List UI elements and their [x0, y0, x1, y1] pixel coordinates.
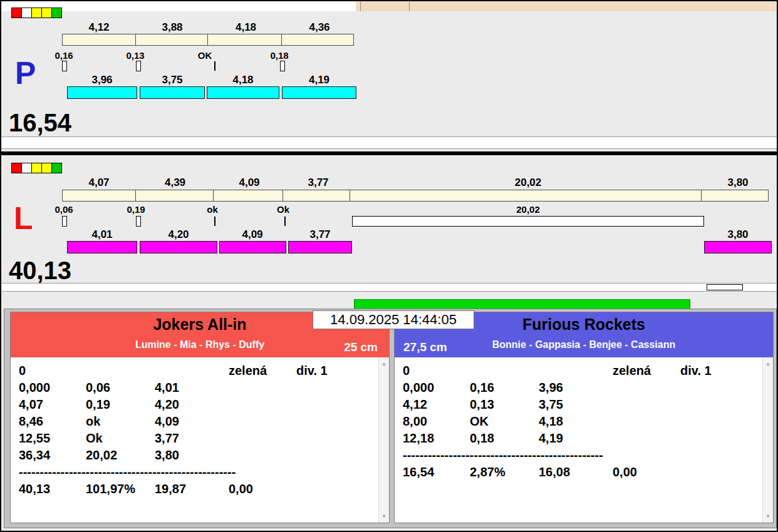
- cell: [680, 379, 759, 396]
- time-bar-segment: [67, 86, 137, 99]
- start-marker: [62, 216, 67, 227]
- start-marker: [136, 216, 141, 227]
- cell: 0,06: [86, 379, 155, 396]
- lane-total: 16,54: [9, 110, 71, 135]
- cell: 12,18: [403, 430, 470, 447]
- scrollbar[interactable]: ▲ ▼: [762, 357, 773, 523]
- cell: [613, 413, 680, 430]
- app-window: 4,12 3,88 4,18 4,36 0,16 0,13 OK 0,18 3,…: [0, 0, 778, 532]
- cell: 0,16: [470, 379, 539, 396]
- table-row: 0,000 0,06 4,01: [19, 379, 375, 396]
- cell: [86, 362, 155, 379]
- start-marker: [214, 217, 215, 226]
- time-label: 3,77: [289, 228, 351, 241]
- cell: 0,000: [403, 379, 470, 396]
- table-row: 12,55 Ok 3,77: [19, 430, 375, 447]
- section-gap: [1, 283, 777, 292]
- cell: 20,02: [86, 447, 155, 464]
- cell: [296, 430, 375, 447]
- lane-l-status-lights: [11, 163, 62, 173]
- split-bar-segment: [350, 190, 702, 202]
- time-label: 3,75: [140, 74, 205, 86]
- split-label: 4,36: [283, 21, 356, 34]
- lane-total: 40,13: [9, 258, 71, 283]
- status-light-yellow-icon: [41, 8, 52, 18]
- team-card-right: Furious Rockets Bonnie - Gappasia - Benj…: [394, 312, 774, 523]
- start-mark-label: 0,13: [117, 50, 154, 61]
- cell: [229, 447, 296, 464]
- time-bar-segment: [67, 241, 137, 253]
- team-members: Bonnie - Gappasia - Benjee - Cassiann: [395, 339, 773, 350]
- start-mark-label: 0,16: [45, 50, 83, 61]
- start-mark-label: OK: [186, 50, 224, 61]
- lane-letter: L: [14, 203, 33, 234]
- cell: 0,13: [470, 396, 539, 413]
- lane-p-section: 4,12 3,88 4,18 4,36 0,16 0,13 OK 0,18 3,…: [1, 5, 777, 135]
- cell: [229, 379, 296, 396]
- cell: [680, 464, 759, 481]
- start-mark-label: 0,06: [45, 204, 83, 215]
- scroll-down-icon[interactable]: ▼: [379, 511, 389, 521]
- cell: 2,87%: [470, 464, 539, 481]
- split-label: 20,02: [352, 176, 704, 189]
- cell: ok: [86, 413, 155, 430]
- cell: 0,19: [86, 396, 155, 413]
- cell: 4,07: [19, 396, 86, 413]
- lane-p-time-labels: 3,96 3,75 4,18 4,19: [67, 74, 356, 86]
- cell: 40,13: [19, 481, 86, 498]
- start-mark-label: Ok: [264, 204, 302, 215]
- team-right-results[interactable]: 0 zelená div. 1 0,000 0,16 3,96 4,12 0,1…: [395, 357, 773, 523]
- start-marker: [136, 61, 141, 71]
- scrollbar[interactable]: ▲ ▼: [378, 357, 389, 523]
- lane-l-split-labels: 4,07 4,39 4,09 3,77 20,02 3,80: [62, 176, 772, 189]
- cell: div. 1: [296, 362, 375, 379]
- time-label: 4,01: [71, 228, 133, 241]
- split-label: 4,18: [209, 21, 283, 34]
- indicator-box: [707, 284, 743, 290]
- cell: 3,96: [539, 379, 613, 396]
- time-bar-segment: [282, 86, 356, 99]
- table-row: 8,00 OK 4,18: [403, 413, 759, 430]
- split-bar-segment: [701, 190, 769, 202]
- cell: [229, 396, 296, 413]
- cell: [680, 413, 759, 430]
- lane-divider: [1, 151, 777, 155]
- scroll-up-icon[interactable]: ▲: [379, 359, 389, 369]
- start-marker: [62, 61, 67, 71]
- status-light-yellow-icon: [31, 8, 42, 18]
- status-light-green-icon: [51, 8, 62, 18]
- cell: 0: [19, 362, 86, 379]
- cell: div. 1: [680, 362, 759, 379]
- cell: [296, 413, 375, 430]
- time-label: 4,20: [147, 228, 210, 241]
- cell: [155, 362, 229, 379]
- team-left-results[interactable]: 0 zelená div. 1 0,000 0,06 4,01 4,07 0,1…: [11, 357, 389, 523]
- scroll-up-icon[interactable]: ▲: [763, 359, 773, 369]
- cell: [296, 447, 375, 464]
- cell: 4,20: [155, 396, 229, 413]
- time-bar-segment: [207, 86, 279, 99]
- cell: 12,55: [19, 430, 86, 447]
- status-light-red-icon: [11, 8, 22, 18]
- cell: 0,18: [470, 430, 539, 447]
- split-bar-segment: [283, 190, 350, 202]
- table-row: 8,46 ok 4,09: [19, 413, 375, 430]
- cell: 0: [403, 362, 470, 379]
- status-light-green-icon: [51, 163, 62, 173]
- cell: [296, 379, 375, 396]
- scroll-down-icon[interactable]: ▼: [763, 511, 773, 521]
- cell: 16,08: [539, 464, 613, 481]
- cell: [229, 413, 296, 430]
- team-card-left: Jokers All-in Lumine - Mia - Rhys - Duff…: [10, 312, 390, 523]
- table-separator: ----------------------------------------…: [19, 464, 375, 481]
- time-label: 3,80: [707, 228, 769, 241]
- split-label: 4,07: [62, 176, 136, 189]
- cell: 101,97%: [86, 481, 155, 498]
- split-label: 4,09: [214, 176, 284, 189]
- team-members: Lumine - Mia - Rhys - Duffy: [11, 339, 389, 350]
- status-light-yellow-icon: [31, 163, 42, 173]
- split-label: 3,77: [284, 176, 352, 189]
- cell: 4,09: [155, 413, 229, 430]
- split-label: 4,12: [62, 21, 136, 34]
- time-bar-segment: [140, 86, 205, 99]
